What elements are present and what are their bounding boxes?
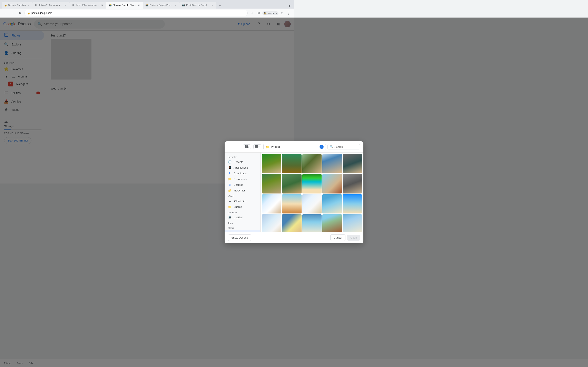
dialog-files[interactable] bbox=[260, 152, 294, 184]
ds-item-applications[interactable]: 📱 Applications bbox=[225, 165, 260, 170]
ds-documents-icon: 📁 bbox=[228, 177, 232, 181]
location-bar[interactable]: 📁 Photos ▾ bbox=[263, 144, 294, 150]
ds-item-downloads[interactable]: ⬇ Downloads bbox=[225, 170, 260, 176]
address-bar: ← → ↻ 🔒 photos.google.com ☆ ⊞ 🕵 Incognit… bbox=[0, 8, 294, 17]
ds-applications-icon: 📱 bbox=[228, 166, 232, 169]
tab-close-inbox2[interactable]: ✕ bbox=[100, 3, 104, 7]
ds-label-recents: Recents bbox=[233, 160, 243, 164]
file-grid bbox=[262, 154, 294, 184]
tab-favicon-photoscan: 📷 bbox=[182, 4, 185, 7]
tab-close-photos1[interactable]: ✕ bbox=[137, 3, 140, 7]
file-thumb-1[interactable] bbox=[262, 154, 281, 173]
tab-favicon-photos2: 📸 bbox=[145, 4, 148, 7]
tab-close-inbox1[interactable]: ✕ bbox=[64, 3, 67, 7]
location-text: Photos bbox=[271, 145, 294, 149]
tab-favicon-inbox2: ✉ bbox=[72, 4, 75, 7]
tab-title-photos2: Photos - Google Photos bbox=[149, 4, 173, 6]
browser-actions: ☆ ⊞ 🕵 Incognito ⊞ ⋮ bbox=[249, 10, 292, 16]
ds-label-downloads: Downloads bbox=[233, 172, 247, 175]
browser-menu-button[interactable]: ⋮ bbox=[286, 10, 292, 16]
dialog-body: Favorites 🕐 Recents 📱 Applications ⬇ Dow… bbox=[225, 152, 294, 184]
view-large-icon bbox=[245, 145, 248, 148]
reload-button[interactable]: ↻ bbox=[17, 10, 23, 16]
ds-recents-icon: 🕐 bbox=[228, 160, 232, 164]
incognito-icon: 🕵 bbox=[264, 12, 267, 15]
ds-item-desktop[interactable]: 🖥 Desktop bbox=[225, 182, 260, 184]
dialog-sidebar: Favorites 🕐 Recents 📱 Applications ⬇ Dow… bbox=[225, 152, 260, 184]
tab-favicon-inbox1: ✉ bbox=[35, 4, 38, 7]
file-thumb-7[interactable] bbox=[282, 174, 294, 184]
ds-item-documents[interactable]: 📁 Documents bbox=[225, 176, 260, 182]
tab-title-inbox2: Inbox (804) - nyimeate@... bbox=[76, 4, 99, 6]
tab-inbox2[interactable]: ✉ Inbox (804) - nyimeate@... ✕ bbox=[69, 2, 106, 8]
view-small-chevron: ▾ bbox=[259, 146, 259, 148]
tab-favicon-security: 🔒 bbox=[4, 4, 7, 7]
tab-title-security: Security Checkup bbox=[8, 4, 26, 6]
ds-label-documents: Documents bbox=[233, 178, 247, 181]
dialog-overlay: ‹ › ▾ bbox=[0, 17, 294, 184]
tab-favicon-photos1: 📸 bbox=[109, 4, 112, 7]
tab-search-button[interactable]: ⊞ bbox=[256, 10, 261, 16]
file-dialog: ‹ › ▾ bbox=[225, 141, 294, 184]
back-button[interactable]: ← bbox=[2, 10, 8, 16]
file-thumb-2[interactable] bbox=[282, 154, 294, 173]
tab-photoscan[interactable]: 📷 PhotoScan by Google Pho... ✕ bbox=[180, 2, 216, 8]
new-tab-button[interactable]: + bbox=[217, 3, 223, 8]
extensions-button[interactable]: ⊞ bbox=[279, 10, 285, 16]
bookmark-button[interactable]: ☆ bbox=[249, 10, 255, 16]
tab-photos1[interactable]: 📸 Photos - Google Photos ✕ bbox=[106, 2, 143, 8]
tab-title-inbox1: Inbox (113) - nyimeateoba... bbox=[39, 4, 62, 6]
dialog-back-button[interactable]: ‹ bbox=[228, 144, 233, 150]
view-small-icon bbox=[255, 145, 258, 148]
file-thumb-6[interactable] bbox=[262, 174, 281, 184]
ds-label-applications: Applications bbox=[233, 166, 248, 169]
view-large-chevron: ▾ bbox=[248, 146, 249, 148]
ds-favorites-title: Favorites bbox=[225, 154, 260, 159]
incognito-label: Incognito bbox=[268, 12, 277, 14]
forward-button[interactable]: → bbox=[10, 10, 16, 16]
tab-close-photoscan[interactable]: ✕ bbox=[211, 3, 214, 7]
location-folder-icon: 📁 bbox=[266, 145, 270, 149]
incognito-badge: 🕵 Incognito bbox=[262, 11, 278, 15]
url-text: photos.google.com bbox=[31, 12, 245, 15]
ds-downloads-icon: ⬇ bbox=[228, 172, 232, 175]
ds-label-desktop: Desktop bbox=[233, 183, 243, 184]
tab-security[interactable]: 🔒 Security Checkup ✕ bbox=[2, 2, 33, 8]
tab-close-security[interactable]: ✕ bbox=[27, 3, 30, 7]
tab-close-photos2[interactable]: ✕ bbox=[174, 3, 177, 7]
tab-photos2[interactable]: 📸 Photos - Google Photos ✕ bbox=[143, 2, 180, 8]
tab-title-photoscan: PhotoScan by Google Pho... bbox=[186, 4, 209, 6]
dialog-toolbar: ‹ › ▾ bbox=[225, 141, 294, 152]
url-bar[interactable]: 🔒 photos.google.com bbox=[25, 10, 248, 16]
tab-bar: 🔒 Security Checkup ✕ ✉ Inbox (113) - nyi… bbox=[0, 0, 294, 8]
view-small-button[interactable]: ▾ bbox=[253, 144, 261, 149]
ds-item-recents[interactable]: 🕐 Recents bbox=[225, 159, 260, 165]
browser-chrome: 🔒 Security Checkup ✕ ✉ Inbox (113) - nyi… bbox=[0, 0, 294, 17]
tab-title-photos1: Photos - Google Photos bbox=[113, 4, 136, 6]
tab-more-button[interactable]: ▾ bbox=[287, 3, 292, 8]
dialog-forward-button[interactable]: › bbox=[235, 144, 241, 150]
ds-desktop-icon: 🖥 bbox=[228, 183, 232, 184]
tab-inbox1[interactable]: ✉ Inbox (113) - nyimeateoba... ✕ bbox=[33, 2, 69, 8]
view-large-button[interactable]: ▾ bbox=[243, 144, 251, 149]
lock-icon: 🔒 bbox=[27, 12, 30, 15]
